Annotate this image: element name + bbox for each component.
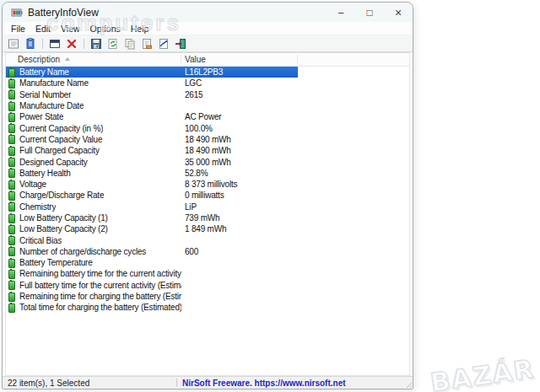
battery-log-icon[interactable]	[23, 37, 38, 51]
table-row[interactable]: Number of charge/discharge cycles 600	[6, 246, 298, 257]
title-bar: BatteryInfoView – □ ×	[3, 3, 413, 22]
battery-icon	[8, 90, 15, 99]
table-row[interactable]: Total time for charging the battery (Est…	[6, 302, 298, 313]
battery-icon	[8, 158, 15, 167]
row-description: Low Battery Capacity (1)	[19, 213, 108, 223]
table-row[interactable]: Battery Temperature	[6, 257, 298, 268]
row-description: Battery Name	[19, 67, 69, 77]
table-row[interactable]: Low Battery Capacity (1) 739 mWh	[6, 212, 298, 223]
table-row[interactable]: Current Capacity (in %) 100.0%	[6, 122, 298, 133]
row-description: Serial Number	[19, 90, 71, 99]
row-description: Critical Bias	[19, 236, 62, 245]
table-row[interactable]: Voltage 8 373 millivolts	[6, 179, 298, 190]
row-description: Battery Health	[19, 169, 71, 178]
row-value: 18 490 mWh	[181, 135, 298, 144]
menu-item-help[interactable]: Help	[126, 24, 154, 34]
window-controls: – □ ×	[327, 3, 413, 22]
close-button[interactable]: ×	[384, 3, 413, 22]
properties-icon[interactable]	[6, 37, 21, 51]
table-row[interactable]: Manufacture Name LGC	[6, 78, 298, 89]
table-body: Battery Name L16L2PB3 Manufacture Name L…	[6, 67, 409, 375]
battery-icon	[8, 270, 15, 279]
battery-icon	[8, 135, 15, 144]
battery-icon	[8, 293, 15, 302]
delete-icon[interactable]	[64, 37, 79, 51]
row-value: 600	[181, 247, 298, 256]
table-row[interactable]: Manufacture Date	[6, 100, 298, 111]
table-row[interactable]: Remaining time for charging the battery …	[6, 291, 298, 302]
row-value: 8 373 millivolts	[181, 180, 298, 189]
item-properties-icon[interactable]	[139, 37, 154, 51]
table-row[interactable]: Chemistry LiP	[6, 201, 298, 212]
battery-icon	[8, 191, 15, 201]
table-row[interactable]: Charge/Discharge Rate 0 milliwatts	[6, 190, 298, 201]
menu-item-view[interactable]: View	[56, 24, 85, 34]
battery-icon	[8, 225, 15, 234]
window-icon[interactable]	[47, 37, 62, 51]
list-header: Description Value	[6, 53, 409, 67]
minimize-button[interactable]: –	[327, 3, 355, 22]
status-bar: 22 item(s), 1 Selected NirSoft Freeware.…	[3, 376, 413, 389]
column-header-description[interactable]: Description	[6, 55, 181, 64]
toolbar	[3, 35, 413, 52]
row-description: Remaining time for charging the battery …	[19, 292, 181, 301]
row-description: Full Charged Capacity	[19, 146, 100, 155]
row-description: Full battery time for the current activi…	[19, 281, 181, 290]
table-row[interactable]: Power State AC Power	[6, 111, 298, 122]
menu-item-edit[interactable]: Edit	[30, 24, 56, 34]
row-value: 35 000 mWh	[181, 158, 298, 167]
table-row[interactable]: Serial Number 2615	[6, 89, 298, 100]
table-row[interactable]: Full Charged Capacity 18 490 mWh	[6, 145, 298, 156]
column-header-value[interactable]: Value	[181, 55, 298, 64]
window-title: BatteryInfoView	[28, 7, 99, 19]
battery-icon	[8, 281, 15, 290]
row-value: LiP	[181, 202, 298, 212]
battery-icon	[8, 79, 15, 89]
table-row[interactable]: Battery Name L16L2PB3	[6, 67, 298, 78]
battery-icon	[8, 102, 15, 111]
battery-icon	[8, 236, 15, 245]
battery-icon	[8, 214, 15, 223]
row-description: Total time for charging the battery (Est…	[19, 303, 181, 312]
row-value: 1 849 mWh	[181, 224, 298, 234]
row-value: 18 490 mWh	[181, 146, 298, 155]
menu-item-options[interactable]: Options	[85, 24, 126, 34]
battery-icon	[8, 169, 15, 178]
html-report-icon[interactable]	[156, 37, 171, 51]
row-value: 52.8%	[181, 169, 298, 178]
save-icon[interactable]	[89, 37, 104, 51]
row-description: Power State	[19, 112, 63, 121]
row-description: Low Battery Capacity (2)	[19, 224, 108, 234]
table-row[interactable]: Designed Capacity 35 000 mWh	[6, 156, 298, 167]
battery-icon	[8, 68, 15, 78]
row-description: Designed Capacity	[19, 158, 88, 167]
app-window: BatteryInfoView – □ × FileEditViewOption…	[2, 2, 413, 389]
row-description: Remaining battery time for the current a…	[19, 269, 181, 278]
battery-icon	[8, 202, 15, 212]
copy-icon[interactable]	[122, 37, 138, 51]
menu-item-file[interactable]: File	[6, 24, 30, 34]
battery-icon	[8, 147, 15, 156]
row-value: AC Power	[181, 112, 298, 121]
battery-icon	[8, 247, 15, 256]
table-row[interactable]: Full battery time for the current activi…	[6, 280, 298, 291]
resize-grip[interactable]	[404, 380, 412, 388]
toolbar-separator	[42, 39, 43, 49]
nirsoft-link[interactable]: NirSoft Freeware. https://www.nirsoft.ne…	[177, 379, 346, 388]
row-value: 0 milliwatts	[181, 191, 298, 200]
maximize-button[interactable]: □	[355, 3, 384, 22]
sort-ascending-icon	[65, 57, 70, 61]
table-row[interactable]: Low Battery Capacity (2) 1 849 mWh	[6, 223, 298, 234]
row-value: LGC	[181, 78, 298, 88]
refresh-icon[interactable]	[105, 37, 121, 51]
row-description: Charge/Discharge Rate	[19, 191, 104, 200]
row-value: 2615	[181, 90, 298, 99]
table-row[interactable]: Critical Bias	[6, 234, 298, 245]
battery-icon	[8, 180, 15, 190]
row-description: Manufacture Name	[19, 78, 89, 88]
table-row[interactable]: Battery Health 52.8%	[6, 168, 298, 179]
table-row[interactable]: Remaining battery time for the current a…	[6, 268, 298, 279]
battery-icon	[8, 113, 15, 122]
table-row[interactable]: Current Capacity Value 18 490 mWh	[6, 134, 298, 145]
exit-icon[interactable]	[173, 37, 188, 51]
